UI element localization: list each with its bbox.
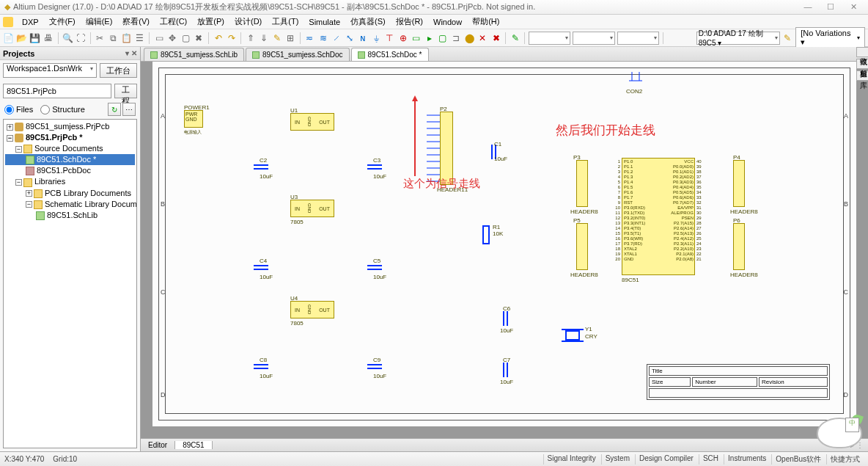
- annotation-icon[interactable]: ✖: [490, 32, 501, 44]
- comp-p5[interactable]: [576, 223, 588, 270]
- menu-project[interactable]: 工程(C): [155, 15, 191, 29]
- paste-icon[interactable]: 📋: [121, 32, 132, 44]
- menu-edit[interactable]: 编辑(E): [81, 15, 117, 29]
- highlight-pen-icon[interactable]: ✎: [782, 32, 793, 44]
- radio-structure[interactable]: Structure: [40, 105, 85, 114]
- comp-u1[interactable]: INGNDOUT: [290, 113, 334, 131]
- save-icon[interactable]: 💾: [29, 32, 40, 44]
- comp-u3[interactable]: INGNDOUT: [290, 200, 334, 217]
- comp-c6[interactable]: [500, 311, 512, 326]
- comp-r1[interactable]: [482, 225, 490, 244]
- tab-schdoc[interactable]: 89C51.SchDoc *: [351, 48, 429, 61]
- port-icon[interactable]: ⬤: [464, 32, 475, 44]
- copy-icon[interactable]: ⧉: [108, 32, 119, 44]
- comp-p3[interactable]: [576, 160, 588, 207]
- menu-help[interactable]: 帮助(H): [468, 15, 504, 29]
- tab-schlib[interactable]: 89C51_sumjess.SchLib: [144, 48, 244, 61]
- menu-file[interactable]: 文件(F): [45, 15, 80, 29]
- editor-tab[interactable]: Editor: [141, 441, 175, 449]
- device-sheet-icon[interactable]: ▢: [437, 32, 448, 44]
- workspace-combo[interactable]: Workspace1.DsnWrk: [3, 63, 97, 78]
- menu-tools[interactable]: 工具(T): [268, 15, 303, 29]
- tree-project-0[interactable]: 89C51_sumjess.PrjPcb: [26, 122, 109, 131]
- panel-dropdown-icon[interactable]: ▾ ✕: [125, 49, 137, 57]
- path-combo[interactable]: D:\0 AD\AD 17 绘制89C5 ▾: [696, 32, 780, 45]
- tree-project-1[interactable]: 89C51.PrjPcb *: [26, 133, 83, 142]
- vcc-icon[interactable]: ⊤: [384, 32, 395, 44]
- cut-icon[interactable]: ✂: [95, 32, 106, 44]
- project-field[interactable]: [3, 84, 111, 98]
- hierarchy-up-icon[interactable]: ⇑: [245, 32, 256, 44]
- sheet-symbol-icon[interactable]: ▭: [411, 32, 422, 44]
- sheet-entry-icon[interactable]: ▸: [424, 32, 435, 44]
- line-icon[interactable]: ✎: [510, 32, 521, 44]
- project-button[interactable]: 工程: [114, 84, 137, 98]
- settings-icon[interactable]: ⋯: [122, 103, 136, 116]
- no-erc-icon[interactable]: ✕: [477, 32, 488, 44]
- maximize-button[interactable]: ☐: [820, 2, 841, 12]
- project-tree[interactable]: +89C51_sumjess.PrjPcb −89C51.PrjPcb * −S…: [3, 119, 137, 448]
- clear-icon[interactable]: ✖: [194, 32, 205, 44]
- comp-y1[interactable]: [562, 328, 584, 344]
- net-label-icon[interactable]: ɴ: [357, 32, 368, 44]
- menu-view[interactable]: 察看(V): [118, 15, 154, 29]
- browse-icon[interactable]: ⊞: [285, 32, 296, 44]
- side-tab-clipboard[interactable]: 剪贴板: [856, 59, 868, 69]
- minimize-button[interactable]: —: [798, 2, 818, 11]
- undo-icon[interactable]: ↶: [213, 32, 224, 44]
- menu-report[interactable]: 报告(R): [391, 15, 427, 29]
- comp-p4[interactable]: [733, 160, 745, 207]
- radio-files[interactable]: Files: [4, 105, 33, 114]
- menu-dxp[interactable]: DXP: [18, 16, 43, 28]
- comp-p6[interactable]: [733, 223, 745, 270]
- menu-simulator[interactable]: 仿真器(S): [346, 15, 390, 29]
- wire-icon[interactable]: ≂: [304, 32, 315, 44]
- side-tab-lib[interactable]: 库: [856, 70, 868, 81]
- comp-con2[interactable]: [629, 72, 644, 88]
- select-icon[interactable]: ▭: [153, 32, 164, 44]
- rubber-stamp-icon[interactable]: ☰: [134, 32, 145, 44]
- menu-design[interactable]: 设计(D): [230, 15, 266, 29]
- workspace-button[interactable]: 工作台: [100, 63, 137, 78]
- bus-entry-icon[interactable]: ⤡: [344, 32, 355, 44]
- menu-simulate[interactable]: Simulate: [304, 16, 345, 28]
- variations-combo[interactable]: [No Variations ▾: [795, 27, 865, 48]
- comp-power1[interactable]: PWRGND: [184, 110, 203, 128]
- editor-tab-name[interactable]: 89C51: [175, 441, 212, 449]
- hierarchy-down-icon[interactable]: ⇓: [258, 32, 269, 44]
- bus-icon[interactable]: ≋: [317, 32, 328, 44]
- tab-sumjess-schdoc[interactable]: 89C51_sumjess.SchDoc: [246, 48, 350, 61]
- schematic-canvas[interactable]: A B C D A B C D PWRGND POWER1 电源输入: [141, 62, 868, 438]
- deselect-icon[interactable]: ▢: [180, 32, 191, 44]
- print-icon[interactable]: 🖶: [43, 32, 54, 44]
- part-icon[interactable]: ⊕: [397, 32, 408, 44]
- zoom-area-icon[interactable]: 🔍: [62, 32, 73, 44]
- tree-schdoc[interactable]: 89C51.SchDoc *: [37, 155, 96, 164]
- comp-u4[interactable]: INGNDOUT: [290, 301, 334, 318]
- new-icon[interactable]: 📄: [3, 32, 14, 44]
- tree-pcb-lib[interactable]: PCB Library Documents: [45, 189, 131, 197]
- comp-p2[interactable]: [440, 112, 453, 185]
- cross-probe-icon[interactable]: ✎: [272, 32, 283, 44]
- menu-window[interactable]: Window: [429, 16, 466, 28]
- side-tab-fav[interactable]: 收藏: [856, 47, 868, 57]
- redo-icon[interactable]: ↷: [226, 32, 237, 44]
- open-icon[interactable]: 📂: [16, 32, 27, 44]
- move-icon[interactable]: ✥: [167, 32, 178, 44]
- menu-place[interactable]: 放置(P): [193, 15, 229, 29]
- toolbar-combo-1[interactable]: [529, 32, 570, 45]
- harness-conn-icon[interactable]: ⊐: [451, 32, 462, 44]
- tree-sch-lib-docs[interactable]: Schematic Library Docum: [45, 200, 137, 208]
- close-button[interactable]: ✕: [843, 2, 864, 12]
- tree-source-docs[interactable]: Source Documents: [34, 144, 103, 153]
- signal-harness-icon[interactable]: ⟋: [331, 32, 342, 44]
- refresh-icon[interactable]: ↻: [108, 103, 121, 116]
- toolbar-combo-2[interactable]: [573, 32, 614, 45]
- gnd-icon[interactable]: ⏚: [371, 32, 382, 44]
- tree-schlib[interactable]: 89C51.SchLib: [47, 211, 98, 219]
- tree-libraries[interactable]: Libraries: [34, 177, 65, 186]
- tree-pcbdoc[interactable]: 89C51.PcbDoc: [37, 166, 91, 175]
- toolbar-combo-3[interactable]: [617, 32, 659, 45]
- comp-c7[interactable]: [500, 363, 512, 377]
- zoom-fit-icon[interactable]: ⛶: [76, 32, 87, 44]
